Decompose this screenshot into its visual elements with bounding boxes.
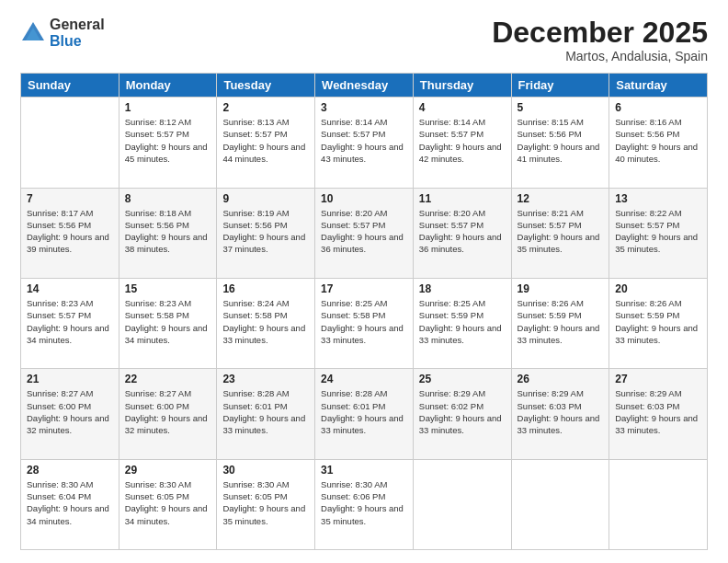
calendar-week-row: 28Sunrise: 8:30 AMSunset: 6:04 PMDayligh… [21, 459, 708, 549]
day-info: Sunrise: 8:22 AMSunset: 5:57 PMDaylight:… [615, 207, 701, 256]
page: General Blue December 2025 Martos, Andal… [0, 0, 728, 563]
logo-blue: Blue [50, 33, 105, 50]
day-info: Sunrise: 8:29 AMSunset: 6:03 PMDaylight:… [615, 387, 701, 436]
day-info: Sunrise: 8:29 AMSunset: 6:03 PMDaylight:… [518, 387, 604, 436]
table-row: 2Sunrise: 8:13 AMSunset: 5:57 PMDaylight… [217, 98, 315, 188]
day-number: 26 [518, 373, 604, 385]
calendar-week-row: 21Sunrise: 8:27 AMSunset: 6:00 PMDayligh… [21, 369, 708, 459]
calendar-week-row: 7Sunrise: 8:17 AMSunset: 5:56 PMDaylight… [21, 188, 708, 278]
table-row: 31Sunrise: 8:30 AMSunset: 6:06 PMDayligh… [315, 459, 414, 549]
day-number: 8 [125, 192, 211, 205]
title-block: December 2025 Martos, Andalusia, Spain [492, 17, 708, 63]
day-number: 20 [615, 282, 701, 295]
table-row: 13Sunrise: 8:22 AMSunset: 5:57 PMDayligh… [609, 188, 708, 278]
day-info: Sunrise: 8:27 AMSunset: 6:00 PMDaylight:… [27, 387, 113, 436]
table-row: 14Sunrise: 8:23 AMSunset: 5:57 PMDayligh… [21, 278, 119, 368]
table-row: 27Sunrise: 8:29 AMSunset: 6:03 PMDayligh… [609, 369, 708, 459]
day-info: Sunrise: 8:27 AMSunset: 6:00 PMDaylight:… [125, 387, 211, 436]
day-info: Sunrise: 8:20 AMSunset: 5:57 PMDaylight:… [321, 207, 407, 256]
calendar-table: Sunday Monday Tuesday Wednesday Thursday… [20, 73, 708, 550]
logo-general: General [50, 17, 105, 33]
day-number: 17 [321, 282, 407, 295]
day-info: Sunrise: 8:15 AMSunset: 5:56 PMDaylight:… [518, 116, 604, 165]
header-saturday: Saturday [609, 74, 708, 98]
table-row: 3Sunrise: 8:14 AMSunset: 5:57 PMDaylight… [315, 98, 414, 188]
day-info: Sunrise: 8:19 AMSunset: 5:56 PMDaylight:… [222, 207, 309, 256]
day-info: Sunrise: 8:21 AMSunset: 5:57 PMDaylight:… [518, 207, 604, 256]
day-info: Sunrise: 8:23 AMSunset: 5:57 PMDaylight:… [27, 297, 113, 346]
day-number: 30 [222, 464, 309, 477]
logo: General Blue [20, 17, 105, 49]
header-tuesday: Tuesday [217, 74, 315, 98]
day-number: 24 [321, 373, 407, 385]
table-row: 10Sunrise: 8:20 AMSunset: 5:57 PMDayligh… [315, 188, 414, 278]
day-number: 29 [125, 464, 211, 477]
day-info: Sunrise: 8:25 AMSunset: 5:59 PMDaylight:… [419, 297, 506, 346]
table-row: 17Sunrise: 8:25 AMSunset: 5:58 PMDayligh… [315, 278, 414, 368]
calendar-header-row: Sunday Monday Tuesday Wednesday Thursday… [21, 74, 708, 98]
day-number: 12 [518, 192, 604, 205]
day-number: 14 [27, 282, 113, 295]
day-number: 11 [419, 192, 506, 205]
day-info: Sunrise: 8:26 AMSunset: 5:59 PMDaylight:… [615, 297, 701, 346]
table-row: 15Sunrise: 8:23 AMSunset: 5:58 PMDayligh… [119, 278, 217, 368]
day-number: 16 [222, 282, 309, 295]
day-number: 10 [321, 192, 407, 205]
day-number: 25 [419, 373, 506, 385]
table-row: 20Sunrise: 8:26 AMSunset: 5:59 PMDayligh… [609, 278, 708, 368]
day-info: Sunrise: 8:23 AMSunset: 5:58 PMDaylight:… [125, 297, 211, 346]
calendar-week-row: 14Sunrise: 8:23 AMSunset: 5:57 PMDayligh… [21, 278, 708, 368]
table-row: 23Sunrise: 8:28 AMSunset: 6:01 PMDayligh… [217, 369, 315, 459]
table-row: 28Sunrise: 8:30 AMSunset: 6:04 PMDayligh… [21, 459, 119, 549]
day-info: Sunrise: 8:16 AMSunset: 5:56 PMDaylight:… [615, 116, 701, 165]
day-number: 1 [125, 101, 211, 114]
table-row: 19Sunrise: 8:26 AMSunset: 5:59 PMDayligh… [511, 278, 609, 368]
header-sunday: Sunday [21, 74, 119, 98]
day-info: Sunrise: 8:18 AMSunset: 5:56 PMDaylight:… [125, 207, 211, 256]
table-row: 9Sunrise: 8:19 AMSunset: 5:56 PMDaylight… [217, 188, 315, 278]
header-wednesday: Wednesday [315, 74, 414, 98]
day-number: 21 [27, 373, 113, 385]
table-row: 18Sunrise: 8:25 AMSunset: 5:59 PMDayligh… [413, 278, 511, 368]
table-row [609, 459, 708, 549]
day-info: Sunrise: 8:25 AMSunset: 5:58 PMDaylight:… [321, 297, 407, 346]
day-info: Sunrise: 8:30 AMSunset: 6:06 PMDaylight:… [321, 478, 407, 527]
day-number: 2 [222, 101, 309, 114]
day-info: Sunrise: 8:26 AMSunset: 5:59 PMDaylight:… [518, 297, 604, 346]
header-thursday: Thursday [413, 74, 511, 98]
day-number: 5 [518, 101, 604, 114]
day-number: 7 [27, 192, 113, 205]
header: General Blue December 2025 Martos, Andal… [20, 17, 708, 63]
table-row: 26Sunrise: 8:29 AMSunset: 6:03 PMDayligh… [511, 369, 609, 459]
day-info: Sunrise: 8:12 AMSunset: 5:57 PMDaylight:… [125, 116, 211, 165]
day-number: 15 [125, 282, 211, 295]
table-row: 5Sunrise: 8:15 AMSunset: 5:56 PMDaylight… [511, 98, 609, 188]
day-number: 9 [222, 192, 309, 205]
day-number: 18 [419, 282, 506, 295]
day-number: 27 [615, 373, 701, 385]
logo-icon [20, 20, 46, 46]
logo-text: General Blue [50, 17, 105, 49]
day-info: Sunrise: 8:30 AMSunset: 6:05 PMDaylight:… [125, 478, 211, 527]
month-title: December 2025 [492, 17, 708, 49]
day-info: Sunrise: 8:30 AMSunset: 6:04 PMDaylight:… [27, 478, 113, 527]
day-number: 31 [321, 464, 407, 477]
table-row: 16Sunrise: 8:24 AMSunset: 5:58 PMDayligh… [217, 278, 315, 368]
header-monday: Monday [119, 74, 217, 98]
day-info: Sunrise: 8:13 AMSunset: 5:57 PMDaylight:… [222, 116, 309, 165]
day-number: 23 [222, 373, 309, 385]
table-row: 4Sunrise: 8:14 AMSunset: 5:57 PMDaylight… [413, 98, 511, 188]
table-row: 25Sunrise: 8:29 AMSunset: 6:02 PMDayligh… [413, 369, 511, 459]
day-number: 4 [419, 101, 506, 114]
table-row: 12Sunrise: 8:21 AMSunset: 5:57 PMDayligh… [511, 188, 609, 278]
day-info: Sunrise: 8:20 AMSunset: 5:57 PMDaylight:… [419, 207, 506, 256]
day-number: 22 [125, 373, 211, 385]
day-info: Sunrise: 8:28 AMSunset: 6:01 PMDaylight:… [321, 387, 407, 436]
table-row: 21Sunrise: 8:27 AMSunset: 6:00 PMDayligh… [21, 369, 119, 459]
day-number: 13 [615, 192, 701, 205]
table-row [21, 98, 119, 188]
day-info: Sunrise: 8:30 AMSunset: 6:05 PMDaylight:… [222, 478, 309, 527]
table-row [511, 459, 609, 549]
header-friday: Friday [511, 74, 609, 98]
day-info: Sunrise: 8:28 AMSunset: 6:01 PMDaylight:… [222, 387, 309, 436]
